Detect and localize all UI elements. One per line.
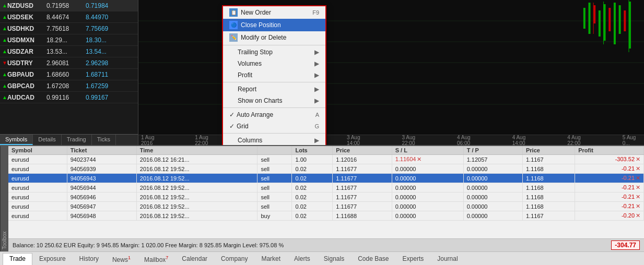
bottom-tab-code-base[interactable]: Code Base <box>351 253 395 265</box>
sl-close-btn[interactable]: ✕ <box>417 156 421 162</box>
context-menu: 📋New OrderF9🔵Close Position✏️Modify or D… <box>222 5 326 145</box>
symbol-row[interactable]: ▲ USDHKD 7.75618 7.75669 <box>0 23 138 34</box>
symbol-row[interactable]: ▲ AUDCAD 0.99116 0.99167 <box>0 92 138 103</box>
bottom-tab-history[interactable]: History <box>73 253 106 265</box>
profit-close-btn[interactable]: ✕ <box>636 212 640 219</box>
time-cell: 2016.08.12 16:21... <box>136 155 257 164</box>
context-menu-item-profit[interactable]: Profit▶ <box>223 69 325 81</box>
table-row[interactable]: eurusd940569442016.08.12 19:52...sell0.0… <box>8 183 644 192</box>
bottom-tab-experts[interactable]: Experts <box>396 253 431 265</box>
ask-price: 18.30... <box>86 37 125 44</box>
bid-price: 8.44674 <box>46 14 86 21</box>
profit-close-btn[interactable]: ✕ <box>636 194 640 200</box>
svg-rect-9 <box>604 4 606 41</box>
ask-price: 0.71984 <box>86 2 125 9</box>
context-menu-item-new-order[interactable]: 📋New OrderF9 <box>223 6 325 19</box>
bottom-tab-trade[interactable]: Trade <box>3 253 32 265</box>
chart-area: 1 Aug 20161 Aug 22:002 A...3 Aug 06:003 … <box>138 0 644 145</box>
symbol-row[interactable]: ▲ GBPCAD 1.67208 1.67259 <box>0 80 138 92</box>
modify-icon: ✏️ <box>229 33 238 42</box>
type-cell: sell <box>257 155 292 164</box>
symbol-tab-symbols[interactable]: Symbols <box>0 135 33 145</box>
sl-cell: 0.00000 <box>392 164 463 174</box>
table-row[interactable]: eurusd940569392016.08.12 19:52...sell0.0… <box>8 164 644 174</box>
status-bar-text: Balance: 10 250.62 EUR Equity: 9 945.85 … <box>13 242 284 248</box>
context-menu-item-modify-delete[interactable]: ✏️Modify or Delete <box>223 31 325 44</box>
ask-price: 8.44970 <box>86 14 125 21</box>
profit-total: -304.77 <box>611 240 640 250</box>
context-menu-item-report[interactable]: Report▶ <box>223 83 325 95</box>
menu-label: Columns <box>238 137 262 144</box>
bottom-tab-news[interactable]: News1 <box>106 253 137 265</box>
context-menu-item-close-position[interactable]: 🔵Close Position <box>223 19 325 31</box>
sl-value: 1.11604 <box>395 156 416 162</box>
symbol-name: USDMXN <box>7 37 46 44</box>
chart-time-axis: 1 Aug 20161 Aug 22:002 A...3 Aug 06:003 … <box>138 135 644 145</box>
tp-cell: 0.00000 <box>463 174 522 183</box>
bottom-tab-signals[interactable]: Signals <box>317 253 351 265</box>
bid-price: 18.29... <box>46 37 86 44</box>
context-menu-separator <box>223 45 325 45</box>
context-menu-item-auto-arrange[interactable]: ✓Auto ArrangeA <box>223 109 325 121</box>
submenu-arrow-icon: ▶ <box>314 49 319 56</box>
symbol-row[interactable]: ▲ GBPAUD 1.68660 1.68711 <box>0 69 138 80</box>
ask-price: 1.68711 <box>86 71 125 78</box>
ticket-cell: 94056944 <box>67 183 136 192</box>
symbol-tab-details[interactable]: Details <box>33 135 62 145</box>
bottom-tab-company[interactable]: Company <box>214 253 254 265</box>
submenu-arrow-icon: ▶ <box>314 60 319 67</box>
current-price-cell: 1.1168 <box>522 202 575 211</box>
profit-close-btn[interactable]: ✕ <box>636 184 640 190</box>
menu-label: Profit <box>238 71 252 79</box>
tp-cell: 1.12057 <box>463 155 522 164</box>
context-menu-item-show-on-charts[interactable]: Show on Charts▶ <box>223 95 325 106</box>
context-menu-item-columns[interactable]: Columns▶ <box>223 135 325 145</box>
price-cell: 1.11677 <box>333 202 392 211</box>
table-row[interactable]: eurusd940237442016.08.12 16:21...sell1.0… <box>8 155 644 164</box>
ask-price: 7.75669 <box>86 25 125 32</box>
bottom-tab-alerts[interactable]: Alerts <box>287 253 317 265</box>
tab-badge: 1 <box>128 255 131 260</box>
symbol-row[interactable]: ▲ USDMXN 18.29... 18.30... <box>0 34 138 46</box>
table-row[interactable]: eurusd940569462016.08.12 19:52...sell0.0… <box>8 192 644 202</box>
bottom-tab-mailbox[interactable]: Mailbox7 <box>137 253 175 265</box>
svg-rect-11 <box>614 3 616 44</box>
ticket-cell: 94056943 <box>67 174 136 183</box>
bottom-tabs[interactable]: TradeExposureHistoryNews1Mailbox7Calenda… <box>0 251 644 265</box>
table-row[interactable]: eurusd940569482016.08.12 19:52...buy0.02… <box>8 211 644 221</box>
bottom-tab-journal[interactable]: Journal <box>430 253 464 265</box>
sl-cell: 1.11604✕ <box>392 155 463 164</box>
profit-cell: -0.21✕ <box>575 192 644 202</box>
current-price-cell: 1.1168 <box>522 164 575 174</box>
symbol-tab-trading[interactable]: Trading <box>62 135 92 145</box>
context-menu-item-volumes[interactable]: Volumes▶ <box>223 58 325 69</box>
ask-price: 0.99167 <box>86 94 125 101</box>
bottom-tab-calendar[interactable]: Calendar <box>175 253 214 265</box>
bottom-tab-market[interactable]: Market <box>254 253 287 265</box>
sl-cell: 0.00000 <box>392 174 463 183</box>
profit-close-btn[interactable]: ✕ <box>636 175 640 181</box>
context-menu-item-grid[interactable]: ✓GridG <box>223 121 325 132</box>
direction-icon: ▲ <box>2 71 7 77</box>
symbol-tab-ticks[interactable]: Ticks <box>92 135 116 145</box>
table-row[interactable]: eurusd940569472016.08.12 19:52...sell0.0… <box>8 202 644 211</box>
bottom-tab-exposure[interactable]: Exposure <box>32 253 73 265</box>
symbol-row[interactable]: ▲ USDSEK 8.44674 8.44970 <box>0 11 138 23</box>
price-cell: 1.11677 <box>333 183 392 192</box>
symbol-row[interactable]: ▼ USDTRY 2.96081 2.96298 <box>0 57 138 69</box>
menu-label: Close Position <box>241 21 281 29</box>
close-pos-icon: 🔵 <box>229 21 238 29</box>
symbol-row[interactable]: ▲ USDZAR 13.53... 13.54... <box>0 46 138 57</box>
profit-close-btn[interactable]: ✕ <box>636 156 640 162</box>
context-menu-item-trailing-stop[interactable]: Trailing Stop▶ <box>223 46 325 58</box>
profit-close-btn[interactable]: ✕ <box>636 203 640 209</box>
bid-price: 2.96081 <box>46 59 86 67</box>
symbol-row[interactable]: ▲ NZDUSD 0.71958 0.71984 <box>0 0 138 11</box>
table-row[interactable]: eurusd940569432016.08.12 19:52...sell0.0… <box>8 174 644 183</box>
ticket-cell: 94056939 <box>67 164 136 174</box>
time-label: 1 Aug 2016 <box>141 135 163 146</box>
sl-cell: 0.00000 <box>392 183 463 192</box>
svg-rect-10 <box>608 8 611 31</box>
profit-close-btn[interactable]: ✕ <box>636 165 640 172</box>
time-label: 4 Aug 14:00 <box>512 135 536 146</box>
